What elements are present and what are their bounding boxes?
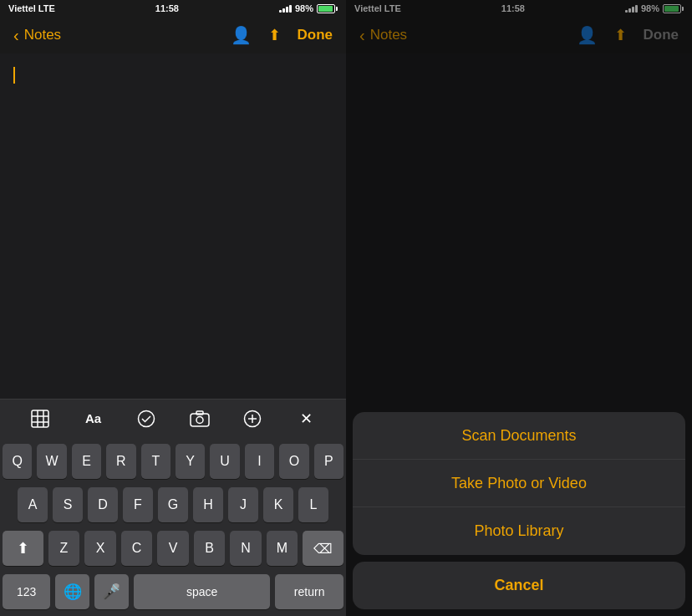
keyboard-row-1: Q W E R T Y U I O P bbox=[3, 444, 343, 479]
svg-rect-8 bbox=[196, 411, 203, 415]
checkmark-icon[interactable] bbox=[131, 404, 161, 434]
left-signal bbox=[279, 4, 292, 13]
scan-documents-label: Scan Documents bbox=[461, 427, 576, 445]
svg-point-7 bbox=[196, 416, 203, 423]
space-key[interactable]: space bbox=[134, 574, 270, 609]
key-a[interactable]: A bbox=[18, 487, 48, 522]
key-z[interactable]: Z bbox=[48, 531, 80, 566]
keyboard: Q W E R T Y U I O P A S D F G H J K L ⬆ … bbox=[0, 437, 346, 616]
left-share-icon[interactable]: ⬆ bbox=[268, 26, 281, 44]
key-p[interactable]: P bbox=[314, 444, 343, 479]
key-h[interactable]: H bbox=[193, 487, 223, 522]
cancel-label: Cancel bbox=[494, 577, 543, 594]
photo-library-button[interactable]: Photo Library bbox=[353, 507, 685, 555]
table-icon[interactable] bbox=[25, 404, 55, 434]
take-photo-button[interactable]: Take Photo or Video bbox=[353, 460, 685, 507]
key-d[interactable]: D bbox=[88, 487, 118, 522]
keyboard-row-2: A S D F G H J K L bbox=[3, 487, 343, 522]
left-people-icon[interactable]: 👤 bbox=[231, 25, 252, 45]
return-key[interactable]: return bbox=[275, 574, 343, 609]
cancel-button[interactable]: Cancel bbox=[353, 562, 685, 609]
left-panel: Viettel LTE 11:58 98% ‹ Notes 👤 bbox=[0, 0, 346, 616]
key-w[interactable]: W bbox=[37, 444, 66, 479]
keyboard-toolbar: Aa ✕ bbox=[0, 399, 346, 437]
pen-icon[interactable] bbox=[237, 404, 267, 434]
svg-point-5 bbox=[139, 410, 155, 426]
key-t[interactable]: T bbox=[141, 444, 170, 479]
left-done-button[interactable]: Done bbox=[298, 27, 333, 43]
text-cursor bbox=[13, 67, 15, 84]
key-n[interactable]: N bbox=[230, 531, 262, 566]
left-back-label: Notes bbox=[24, 27, 61, 43]
font-icon[interactable]: Aa bbox=[78, 404, 108, 434]
left-nav-right: 👤 ⬆ Done bbox=[231, 25, 333, 45]
left-carrier: Viettel LTE bbox=[8, 3, 55, 13]
globe-key[interactable]: 🌐 bbox=[55, 574, 89, 609]
key-c[interactable]: C bbox=[121, 531, 153, 566]
left-status-bar: Viettel LTE 11:58 98% bbox=[0, 0, 346, 17]
shift-key[interactable]: ⬆ bbox=[3, 531, 43, 566]
photo-library-label: Photo Library bbox=[474, 522, 563, 540]
close-icon[interactable]: ✕ bbox=[291, 404, 321, 434]
take-photo-label: Take Photo or Video bbox=[451, 475, 587, 492]
key-u[interactable]: U bbox=[210, 444, 239, 479]
svg-rect-0 bbox=[32, 410, 48, 427]
camera-icon[interactable] bbox=[185, 404, 215, 434]
keyboard-row-4: 123 🌐 🎤 space return bbox=[3, 574, 343, 609]
numbers-key[interactable]: 123 bbox=[3, 574, 50, 609]
key-l[interactable]: L bbox=[298, 487, 328, 522]
key-k[interactable]: K bbox=[263, 487, 293, 522]
key-s[interactable]: S bbox=[53, 487, 83, 522]
mic-key[interactable]: 🎤 bbox=[94, 574, 129, 609]
key-b[interactable]: B bbox=[194, 531, 226, 566]
left-back-button[interactable]: ‹ Notes bbox=[13, 26, 61, 45]
left-battery-pct: 98% bbox=[295, 3, 313, 13]
svg-rect-6 bbox=[191, 414, 209, 426]
delete-key[interactable]: ⌫ bbox=[303, 531, 343, 566]
left-chevron-icon: ‹ bbox=[13, 26, 19, 45]
key-x[interactable]: X bbox=[84, 531, 116, 566]
key-g[interactable]: G bbox=[158, 487, 188, 522]
key-r[interactable]: R bbox=[106, 444, 135, 479]
right-panel: Viettel LTE 11:58 98% ‹ Notes 👤 bbox=[346, 0, 692, 616]
keyboard-row-3: ⬆ Z X C V B N M ⌫ bbox=[3, 531, 343, 566]
key-o[interactable]: O bbox=[279, 444, 308, 479]
scan-documents-button[interactable]: Scan Documents bbox=[353, 412, 685, 460]
action-sheet: Scan Documents Take Photo or Video Photo… bbox=[353, 412, 685, 555]
key-m[interactable]: M bbox=[267, 531, 298, 566]
left-time: 11:58 bbox=[155, 3, 179, 13]
key-v[interactable]: V bbox=[157, 531, 189, 566]
key-f[interactable]: F bbox=[123, 487, 153, 522]
key-q[interactable]: Q bbox=[3, 444, 32, 479]
left-nav-bar: ‹ Notes 👤 ⬆ Done bbox=[0, 17, 346, 53]
key-e[interactable]: E bbox=[72, 444, 101, 479]
left-battery-icon bbox=[317, 4, 338, 13]
key-j[interactable]: J bbox=[228, 487, 258, 522]
action-sheet-overlay: Scan Documents Take Photo or Video Photo… bbox=[346, 0, 692, 616]
left-note-content[interactable] bbox=[0, 53, 346, 399]
key-i[interactable]: I bbox=[245, 444, 274, 479]
key-y[interactable]: Y bbox=[176, 444, 205, 479]
left-status-right: 98% bbox=[279, 3, 338, 13]
